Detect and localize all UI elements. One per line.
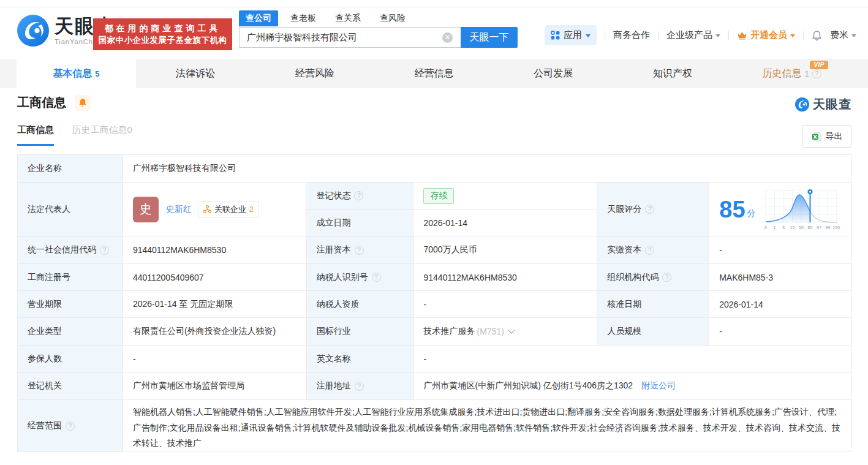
score-unit: 分 [747, 208, 756, 219]
label-text: 经营范围 [28, 420, 62, 431]
search-tab-boss[interactable]: 查老板 [284, 10, 323, 26]
tab-company-development[interactable]: 公司发展 [494, 59, 613, 88]
help-icon[interactable] [354, 191, 363, 200]
user-menu[interactable]: 费米 [830, 29, 856, 41]
help-icon[interactable] [355, 246, 364, 255]
search-tab-relation[interactable]: 查关系 [328, 10, 368, 26]
tab-label: 经营风险 [295, 67, 334, 80]
tab-operation-risk[interactable]: 经营风险 [255, 59, 374, 88]
establish-date-label: 成立日期 [306, 210, 413, 236]
score-axis-tick: 15 [790, 225, 794, 230]
search-input[interactable] [239, 27, 461, 48]
username: 费米 [830, 29, 848, 41]
table-row: 登记状态 存续 [306, 183, 597, 210]
export-label: 导出 [826, 131, 843, 142]
export-button[interactable]: 导出 [802, 125, 851, 148]
help-icon[interactable] [372, 273, 381, 282]
taxpayer-quality-value: - [414, 291, 598, 318]
apps-button[interactable]: 应用 [545, 25, 597, 45]
legal-rep-avatar[interactable]: 史 [133, 197, 159, 222]
help-icon[interactable] [812, 69, 821, 78]
crown-icon [737, 31, 747, 40]
bell-icon [812, 30, 822, 41]
help-icon[interactable] [645, 205, 654, 214]
table-row: 工商注册号 440112005409607 纳税人识别号 91440112MAK… [18, 264, 851, 291]
tab-label: 经营信息 [415, 67, 454, 80]
subscribe-bell-button[interactable] [75, 95, 91, 111]
label-text: 组织机构代码 [607, 272, 659, 283]
tab-legal-litigation[interactable]: 法律诉讼 [136, 59, 255, 88]
staff-size-value: - [709, 318, 851, 346]
legal-rep-label: 法定代表人 [18, 183, 123, 236]
tab-intellectual-property[interactable]: 知识产权 [613, 59, 733, 88]
search-tab-company[interactable]: 查公司 [239, 10, 278, 26]
divider [658, 31, 659, 40]
business-scope-label: 经营范围 [18, 400, 123, 452]
open-vip-link[interactable]: 开通会员 [737, 29, 795, 41]
nearby-companies-link[interactable]: 附近公司 [641, 380, 676, 391]
chevron-down-icon[interactable] [508, 327, 515, 333]
insured-count-value: - [123, 346, 307, 372]
score-axis-tick: 97 [817, 225, 821, 230]
label-text: 登记状态 [316, 191, 350, 202]
search-tab-risk[interactable]: 查风险 [373, 10, 412, 26]
watermark-text: 天眼查 [813, 96, 851, 113]
help-icon[interactable] [662, 273, 671, 282]
search-row: 天眼一下 [239, 27, 518, 48]
search-button[interactable]: 天眼一下 [461, 27, 518, 48]
watermark-logo: 天眼查 [795, 96, 851, 113]
related-companies-badge[interactable]: 关联企业 2 [198, 201, 259, 218]
subtab-history-business-info[interactable]: 历史工商信息0 [72, 124, 132, 136]
reg-address-label: 注册地址 [307, 372, 414, 400]
establish-date-value: 2026-01-14 [413, 210, 597, 236]
company-nav-tabs: 基本信息 5 法律诉讼 经营风险 经营信息 公司发展 知识产权 VIP 历史信息… [0, 59, 868, 88]
clear-icon[interactable] [442, 32, 453, 43]
section-header: 工商信息 天眼查 [17, 94, 851, 118]
help-icon[interactable] [66, 422, 75, 431]
score-axis-tick: 50 [799, 225, 804, 230]
reg-number-label: 工商注册号 [18, 264, 123, 291]
table-row: 法定代表人 史 史新红 关联企业 2 [18, 183, 851, 236]
business-scope-value: 智能机器人销售;人工智能硬件销售;人工智能应用软件开发;人工智能行业应用系统集成… [123, 400, 851, 452]
help-icon[interactable] [100, 246, 109, 255]
enterprise-products-link[interactable]: 企业级产品 [666, 29, 720, 41]
subtab-bar: 工商信息 历史工商信息0 导出 [17, 124, 851, 151]
tab-basic-info[interactable]: 基本信息 5 [17, 59, 136, 88]
business-term-label: 营业期限 [18, 291, 123, 318]
tab-operation-info[interactable]: 经营信息 [374, 59, 494, 88]
tab-label: 法律诉讼 [176, 67, 215, 80]
legal-rep-name-link[interactable]: 史新红 [166, 204, 192, 215]
banner-line1: 都在用的商业查询工具 [93, 23, 232, 34]
reg-capital-label: 注册资本 [307, 236, 414, 264]
table-row: 成立日期 2026-01-14 [306, 210, 597, 236]
related-companies-label: 关联企业 [214, 204, 246, 215]
reg-address-cell: 广州市黄埔区(中新广州知识城) 亿创街1号406房之1302 附近公司 [414, 372, 851, 400]
score-axis-tick: 1 [773, 225, 776, 230]
cooperation-link[interactable]: 商务合作 [613, 29, 650, 41]
chevron-down-icon [790, 34, 795, 37]
tab-count: 1 [805, 69, 809, 78]
divider [803, 31, 804, 40]
promo-banner: 都在用的商业查询工具 国家中小企业发展子基金旗下机构 [93, 18, 232, 50]
search-tabs: 查公司 查老板 查关系 查风险 [239, 10, 518, 26]
subtab-business-info[interactable]: 工商信息 [17, 124, 54, 146]
tianyancha-company-page: 天眼查 TianYanCha.com 都在用的商业查询工具 国家中小企业发展子基… [0, 0, 868, 465]
score-axis-tick: 85 [807, 225, 812, 230]
excel-icon [812, 132, 821, 142]
org-code-label: 组织机构代码 [597, 264, 709, 291]
chevron-down-icon [851, 34, 856, 37]
header-nav: 应用 商务合作 企业级产品 开通会员 [545, 25, 856, 45]
related-companies-count: 2 [249, 205, 254, 214]
section-title: 工商信息 [17, 94, 66, 111]
taxpayer-quality-label: 纳税人资质 [307, 291, 414, 318]
table-row: 登记机关 广州市黄埔区市场监督管理局 注册地址 广州市黄埔区(中新广州知识城) … [18, 372, 851, 400]
tab-label: 基本信息 [53, 67, 92, 80]
table-row: 经营范围 智能机器人销售;人工智能硬件销售;人工智能应用软件开发;人工智能行业应… [18, 400, 851, 452]
label-text: 注册资本 [317, 244, 351, 255]
notifications-button[interactable] [812, 30, 822, 41]
business-info-table: 企业名称 广州稀宇极智科技有限公司 法定代表人 史 史新红 关联企业 2 [17, 154, 851, 452]
help-icon[interactable] [645, 246, 654, 255]
help-icon[interactable] [355, 382, 364, 391]
taxpayer-id-value: 91440112MAK6HM8530 [414, 264, 598, 291]
tab-history-info[interactable]: VIP 历史信息 1 [732, 59, 851, 88]
